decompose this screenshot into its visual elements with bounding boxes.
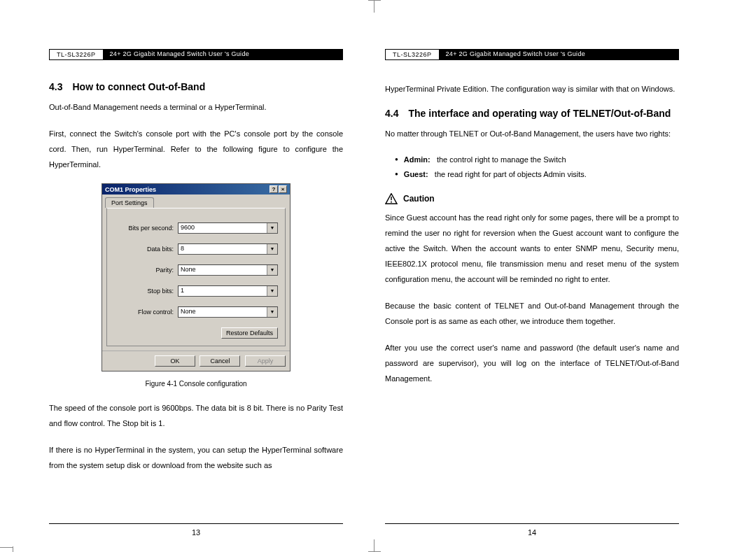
row-parity: Parity: None [114, 264, 278, 276]
paragraph: The speed of the console port is 9600bps… [49, 400, 343, 431]
select-flow-control[interactable]: None [178, 306, 278, 318]
help-icon[interactable]: ? [270, 185, 278, 193]
caution-label: Caution [403, 194, 435, 204]
select-data-bits[interactable]: 8 [178, 243, 278, 255]
paragraph: Since Guest account has the read right o… [385, 210, 679, 287]
paragraph: No matter through TELNET or Out-of-Band … [385, 126, 679, 141]
select-parity[interactable]: None [178, 264, 278, 276]
page-spread: TL-SL3226P 24+ 2G Gigabit Managed Switch… [0, 0, 756, 484]
caution-heading: Caution [385, 193, 679, 204]
bullet-icon: ● [395, 153, 398, 167]
select-stop-bits[interactable]: 1 [178, 285, 278, 297]
admin-text: the control right to manage the Switch [437, 155, 566, 164]
list-item: ● Admin: the control right to manage the… [385, 153, 679, 167]
guest-text: the read right for part of objects Admin… [435, 170, 587, 178]
select-bps[interactable]: 9600 [178, 222, 278, 234]
page-number: 14 [385, 523, 679, 537]
section-heading-4-4: 4.4 The interface and operating way of T… [385, 108, 679, 119]
paragraph: If there is no HyperTerminal in the syst… [49, 442, 343, 473]
crop-mark [374, 0, 374, 13]
page-header: TL-SL3226P 24+ 2G Gigabit Managed Switch… [49, 49, 343, 60]
page-right: TL-SL3226P 24+ 2G Gigabit Managed Switch… [385, 49, 679, 484]
dialog-panel: Bits per second: 9600 Data bits: 8 Parit… [106, 208, 286, 346]
cancel-button[interactable]: Cancel [200, 355, 240, 367]
dialog-tabs: Port Settings [102, 194, 290, 208]
row-stop-bits: Stop bits: 1 [114, 285, 278, 297]
header-title: 24+ 2G Gigabit Managed Switch User 's Gu… [103, 49, 343, 60]
row-bits-per-second: Bits per second: 9600 [114, 222, 278, 234]
list-item: ● Guest: the read right for part of obje… [385, 167, 679, 182]
rights-list: ● Admin: the control right to manage the… [385, 153, 679, 182]
figure-console-config: COM1 Properties ? × Port Settings Bits p… [49, 183, 343, 388]
panel-buttons: Restore Defaults [114, 327, 278, 339]
paragraph: After you use the correct user's name an… [385, 340, 679, 386]
label-flow-control: Flow control: [114, 309, 174, 316]
label-stop-bits: Stop bits: [114, 288, 174, 295]
section-number: 4.3 [49, 81, 62, 92]
crop-mark [368, 0, 381, 1]
row-data-bits: Data bits: 8 [114, 243, 278, 255]
dialog-title-text: COM1 Properties [105, 186, 156, 193]
restore-defaults-button[interactable]: Restore Defaults [221, 327, 278, 339]
label-parity: Parity: [114, 267, 174, 274]
header-model: TL-SL3226P [49, 49, 103, 60]
header-model: TL-SL3226P [385, 49, 439, 60]
section-heading-4-3: 4.3 How to connect Out-of-Band [49, 81, 343, 92]
page-left: TL-SL3226P 24+ 2G Gigabit Managed Switch… [49, 49, 343, 484]
apply-button[interactable]: Apply [245, 355, 286, 367]
close-icon[interactable]: × [279, 185, 287, 193]
dialog-title-buttons: ? × [270, 185, 287, 193]
crop-mark [13, 546, 13, 552]
svg-point-2 [391, 201, 392, 203]
paragraph: First, connect the Switch's console port… [49, 126, 343, 172]
section-title: The interface and operating way of TELNE… [408, 108, 671, 119]
paragraph: Because the basic content of TELNET and … [385, 298, 679, 329]
figure-caption: Figure 4-1 Console configuration [49, 380, 343, 388]
ok-button[interactable]: OK [155, 355, 195, 367]
guest-label: Guest: [404, 170, 428, 178]
crop-mark [374, 539, 374, 552]
label-data-bits: Data bits: [114, 246, 174, 253]
tab-port-settings[interactable]: Port Settings [105, 197, 154, 208]
section-title: How to connect Out-of-Band [72, 81, 205, 92]
header-title: 24+ 2G Gigabit Managed Switch User 's Gu… [439, 49, 679, 60]
admin-label: Admin: [404, 155, 430, 164]
label-bps: Bits per second: [114, 225, 174, 232]
dialog-footer: OK Cancel Apply [102, 351, 290, 371]
dialog-titlebar: COM1 Properties ? × [102, 184, 290, 194]
row-flow-control: Flow control: None [114, 306, 278, 318]
warning-icon [385, 193, 398, 204]
paragraph: HyperTerminal Private Edition. The confi… [385, 81, 679, 97]
section-number: 4.4 [385, 108, 398, 119]
page-header: TL-SL3226P 24+ 2G Gigabit Managed Switch… [385, 49, 679, 60]
page-number: 13 [49, 523, 343, 537]
paragraph: Out-of-Band Management needs a terminal … [49, 99, 343, 115]
com1-properties-dialog: COM1 Properties ? × Port Settings Bits p… [102, 183, 290, 371]
crop-mark [0, 547, 13, 548]
bullet-icon: ● [395, 167, 398, 182]
